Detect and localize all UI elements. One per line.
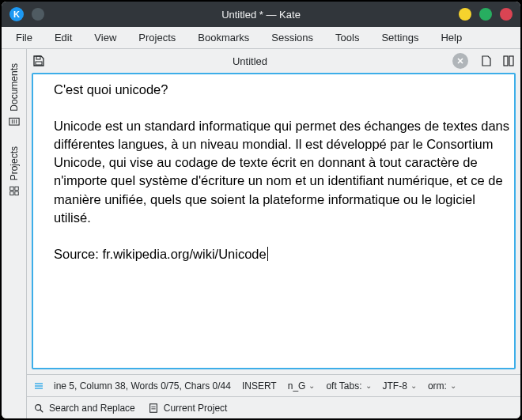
save-icon [32,55,45,67]
app-icon: K [9,7,24,21]
svg-point-17 [36,404,41,410]
svg-rect-0 [9,118,18,125]
sidebar-tab-projects[interactable]: Projects [6,137,23,206]
chevron-down-icon: ⌄ [450,381,456,390]
tabs-selector[interactable]: oft Tabs:⌄ [323,380,374,392]
cursor-position[interactable]: ine 5, Column 38, Words 0/75, Chars 0/44 [51,380,234,392]
split-view-button[interactable] [500,52,517,70]
text-cursor [267,247,268,261]
project-icon [148,403,159,414]
text-editor[interactable]: C'est quoi unicode? Unicode est un stand… [32,73,516,369]
statusbar-menu-button[interactable] [32,379,46,393]
menu-projects[interactable]: Projects [129,28,185,47]
save-button[interactable] [30,52,47,70]
svg-rect-5 [9,187,13,190]
tab-bar: Untitled [27,49,520,73]
svg-rect-4 [9,191,13,195]
editor-content[interactable]: C'est quoi unicode? Unicode est un stand… [54,81,514,263]
chevron-down-icon: ⌄ [410,381,417,390]
search-icon [33,403,44,414]
bottom-toolbar: Search and Replace Current Project [27,396,520,418]
menu-view[interactable]: View [85,28,126,47]
window-title: Untitled * — Kate [2,9,520,21]
svg-rect-7 [14,187,17,190]
chevron-down-icon: ⌄ [308,381,315,390]
close-icon [456,57,464,65]
menu-help[interactable]: Help [431,28,471,47]
minimize-button[interactable] [459,8,471,21]
document-tab[interactable]: Untitled [52,52,448,70]
menu-sessions[interactable]: Sessions [262,28,323,47]
insert-mode[interactable]: INSERT [239,380,280,392]
menubar: File Edit View Projects Bookmarks Sessio… [2,27,520,49]
document-icon [9,116,20,127]
titlebar-dot [32,8,44,21]
titlebar: K Untitled * — Kate [2,2,520,27]
hamburger-icon [33,380,44,392]
menu-tools[interactable]: Tools [326,28,369,47]
new-doc-icon [480,55,493,67]
tab-close-button[interactable] [452,53,468,69]
menu-file[interactable]: File [6,28,42,47]
svg-rect-19 [149,403,157,412]
split-icon [502,55,515,67]
maximize-button[interactable] [479,8,492,21]
search-replace-tab[interactable]: Search and Replace [33,403,135,414]
eol-selector[interactable]: orm:⌄ [425,380,460,392]
menu-settings[interactable]: Settings [372,28,428,47]
svg-rect-13 [509,56,513,66]
new-doc-button[interactable] [478,52,495,70]
current-project-tab[interactable]: Current Project [148,403,228,414]
left-sidebar: Documents Projects [2,49,27,418]
chevron-down-icon: ⌄ [365,381,372,390]
svg-line-18 [40,409,44,412]
close-button[interactable] [500,8,513,21]
menu-bookmarks[interactable]: Bookmarks [188,28,259,47]
svg-rect-6 [14,191,17,195]
sidebar-tab-documents[interactable]: Documents [6,54,23,137]
projects-icon [9,185,20,196]
language-selector[interactable]: n_G⌄ [285,380,319,392]
status-bar: ine 5, Column 38, Words 0/75, Chars 0/44… [27,374,520,396]
menu-edit[interactable]: Edit [45,28,81,47]
svg-rect-12 [504,56,508,66]
svg-rect-8 [36,62,42,65]
encoding-selector[interactable]: JTF-8⌄ [380,380,420,392]
